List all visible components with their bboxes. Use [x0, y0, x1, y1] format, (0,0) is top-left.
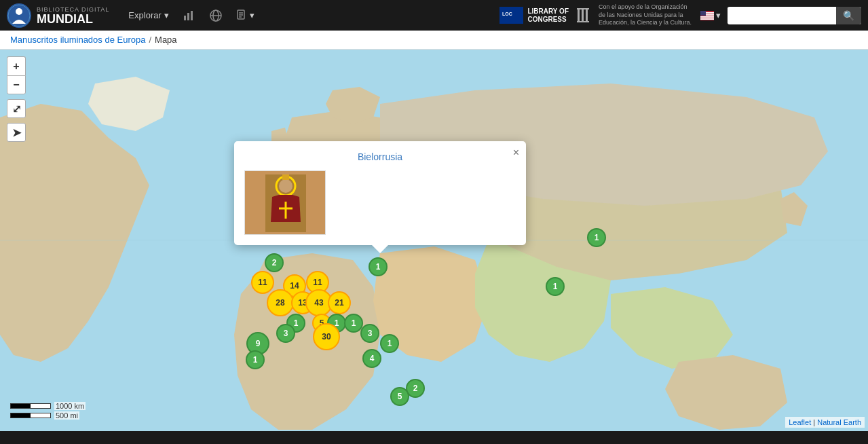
pillar-icon: [575, 7, 592, 24]
popup-title: Bielorrusia: [244, 151, 516, 162]
svg-rect-15: [578, 9, 580, 21]
cluster-c5[interactable]: 28: [267, 289, 294, 316]
globe-icon: [210, 10, 222, 22]
cluster-c22[interactable]: 1: [587, 228, 606, 247]
zoom-in-button[interactable]: +: [7, 56, 26, 75]
cluster-c17[interactable]: 4: [362, 349, 381, 368]
natural-earth-link[interactable]: Natural Earth: [817, 418, 861, 426]
cluster-c13[interactable]: 3: [276, 324, 295, 343]
search-input[interactable]: [728, 7, 836, 23]
popup-close-button[interactable]: ×: [513, 147, 519, 159]
breadcrumb-current: Mapa: [155, 35, 177, 45]
cluster-c15[interactable]: 3: [360, 324, 379, 343]
nav-globe[interactable]: [204, 6, 227, 25]
chart-icon: [183, 10, 195, 21]
svg-rect-4: [187, 13, 189, 20]
map-controls: + − ⤢ ➤: [7, 56, 26, 142]
svg-rect-19: [577, 21, 589, 22]
svg-rect-3: [184, 16, 186, 20]
svg-rect-17: [586, 9, 588, 21]
popup-thumbnail[interactable]: [244, 170, 326, 235]
cluster-c18[interactable]: 1: [246, 350, 265, 369]
svg-point-1: [16, 8, 22, 15]
logo-icon: [7, 3, 31, 28]
scale-km: 1000 km: [10, 402, 86, 410]
leaflet-link[interactable]: Leaflet: [789, 418, 811, 426]
loc-flag-icon: LOC: [499, 7, 523, 24]
svg-rect-23: [700, 16, 714, 18]
map-container[interactable]: + − ⤢ ➤ 21114112813432115113303941111125…: [0, 50, 868, 431]
scale-km-label: 1000 km: [54, 402, 86, 410]
cluster-c8[interactable]: 21: [328, 291, 351, 314]
svg-rect-24: [700, 18, 714, 20]
svg-point-0: [7, 3, 31, 28]
map-attribution: Leaflet | Natural Earth: [785, 417, 865, 428]
search-button[interactable]: 🔍: [836, 7, 861, 24]
cluster-c20[interactable]: 1: [369, 257, 388, 276]
loc-logo-text: LIBRARY OFCONGRESS: [527, 7, 569, 24]
cluster-c19[interactable]: 1: [380, 334, 399, 353]
breadcrumb-link[interactable]: Manuscritos iluminados de Europa: [10, 35, 145, 45]
header: BIBLIOTECA DIGITAL MUNDIAL Explorar ▾: [0, 0, 868, 31]
scale-mi: 500 mi: [10, 411, 86, 420]
document-icon: [236, 10, 247, 22]
cluster-c1[interactable]: 2: [265, 253, 284, 272]
logo-area: BIBLIOTECA DIGITAL MUNDIAL: [7, 3, 109, 28]
search-box: 🔍: [728, 7, 861, 24]
popup: × Bielorrusia: [234, 141, 526, 245]
svg-rect-16: [582, 9, 584, 21]
nav-explorar[interactable]: Explorar ▾: [123, 7, 174, 24]
compass-button[interactable]: ➤: [7, 123, 26, 142]
breadcrumb: Manuscritos iluminados de Europa / Mapa: [0, 31, 868, 50]
flag-icon: [700, 11, 714, 20]
svg-rect-34: [282, 174, 289, 180]
svg-point-31: [279, 179, 293, 193]
nav-document[interactable]: ▾: [231, 6, 260, 25]
nav-items: Explorar ▾ ▾: [123, 6, 259, 25]
cluster-c14[interactable]: 30: [313, 323, 340, 350]
svg-text:LOC: LOC: [502, 12, 512, 16]
support-text: Con el apoyo de la Organización de las N…: [599, 3, 694, 27]
svg-rect-18: [577, 8, 589, 10]
header-right: LOC LIBRARY OFCONGRESS Con el apoyo de l…: [499, 3, 861, 27]
language-selector[interactable]: ▾: [700, 10, 721, 20]
logo-text: BIBLIOTECA DIGITAL MUNDIAL: [37, 6, 109, 25]
cluster-c21[interactable]: 1: [546, 277, 565, 296]
zoom-controls: + −: [7, 56, 26, 94]
attribution-separator: |: [813, 418, 815, 426]
expand-button[interactable]: ⤢: [7, 99, 26, 118]
cluster-c24[interactable]: 5: [390, 387, 409, 406]
cluster-c2[interactable]: 11: [251, 271, 274, 294]
svg-rect-25: [700, 11, 706, 16]
scale-mi-label: 500 mi: [54, 411, 79, 420]
loc-logo: LOC LIBRARY OFCONGRESS: [499, 7, 569, 24]
map-scale: 1000 km 500 mi: [10, 402, 86, 421]
zoom-out-button[interactable]: −: [7, 75, 26, 94]
breadcrumb-separator: /: [149, 35, 151, 45]
nav-chart[interactable]: [178, 7, 201, 24]
svg-rect-5: [191, 11, 193, 20]
manuscript-thumbnail: [245, 171, 326, 235]
